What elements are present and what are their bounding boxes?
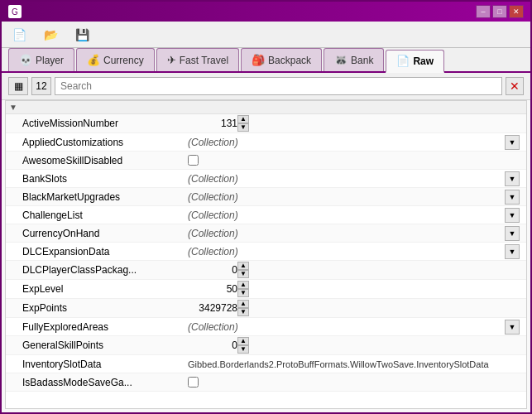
row-value-11: (Collection) bbox=[188, 321, 505, 333]
table-row[interactable]: AwesomeSkillDisabled bbox=[6, 152, 526, 170]
bank-icon: 🦝 bbox=[334, 54, 347, 66]
open-icon: 📂 bbox=[44, 28, 58, 41]
spin-up-9[interactable]: ▲ bbox=[237, 281, 249, 289]
open-button[interactable]: 📂 bbox=[38, 25, 66, 45]
tab-raw[interactable]: 📄Raw bbox=[386, 50, 444, 73]
table-row[interactable]: AppliedCustomizations (Collection) ▼ bbox=[6, 133, 526, 152]
table-row[interactable]: GeneralSkillPoints 0 ▲ ▼ bbox=[6, 336, 526, 355]
player-icon: 💀 bbox=[19, 54, 32, 66]
title-bar: G – □ ✕ bbox=[2, 2, 530, 22]
search-input[interactable] bbox=[55, 77, 502, 95]
title-bar-left: G bbox=[8, 5, 26, 18]
spinner-group-0: ▲ ▼ bbox=[237, 115, 249, 132]
tab-fast-travel[interactable]: ✈Fast Travel bbox=[156, 48, 239, 71]
dropdown-btn-11[interactable]: ▼ bbox=[505, 320, 520, 335]
table-row[interactable]: CurrencyOnHand (Collection) ▼ bbox=[6, 224, 526, 243]
tab-label-raw: Raw bbox=[413, 55, 434, 67]
search-bar: ▦ 12 ✕ bbox=[2, 73, 530, 100]
chevron-down-icon: ▼ bbox=[9, 103, 17, 112]
spinner-group-12: ▲ ▼ bbox=[237, 337, 249, 354]
table-row[interactable]: ExpLevel 50 ▲ ▼ bbox=[6, 280, 526, 299]
tab-label-player: Player bbox=[36, 55, 64, 66]
row-value-9: 50 bbox=[188, 283, 237, 295]
title-controls: – □ ✕ bbox=[476, 5, 524, 18]
table-row[interactable]: ChallengeList (Collection) ▼ bbox=[6, 206, 526, 224]
tab-player[interactable]: 💀Player bbox=[8, 48, 74, 71]
tab-label-bank: Bank bbox=[351, 55, 373, 66]
dropdown-btn-1[interactable]: ▼ bbox=[505, 135, 520, 150]
table-row[interactable]: BlackMarketUpgrades (Collection) ▼ bbox=[6, 188, 526, 206]
dropdown-btn-7[interactable]: ▼ bbox=[505, 244, 520, 259]
sort-num-button[interactable]: 12 bbox=[31, 77, 51, 95]
main-window: G – □ ✕ 📄 📂 💾 💀Player💰Currency✈Fast Trav… bbox=[0, 0, 532, 414]
checkbox-14[interactable] bbox=[188, 377, 199, 388]
row-value-13: Gibbed.Borderlands2.ProtoBuffFormats.Wil… bbox=[188, 359, 520, 369]
row-name-8: DLCPlayerClassPackag... bbox=[22, 264, 188, 276]
dropdown-btn-3[interactable]: ▼ bbox=[505, 171, 520, 186]
row-value-6: (Collection) bbox=[188, 228, 505, 239]
table-row[interactable]: DLCExpansionData (Collection) ▼ bbox=[6, 243, 526, 261]
row-name-4: BlackMarketUpgrades bbox=[22, 191, 188, 203]
row-name-5: ChallengeList bbox=[22, 209, 188, 221]
row-name-3: BankSlots bbox=[22, 173, 188, 185]
spin-down-0[interactable]: ▼ bbox=[237, 123, 249, 132]
app-icon: G bbox=[8, 5, 22, 18]
row-value-1: (Collection) bbox=[188, 137, 505, 148]
spin-up-0[interactable]: ▲ bbox=[237, 115, 249, 123]
spin-up-12[interactable]: ▲ bbox=[237, 337, 249, 345]
row-value-10: 3429728 bbox=[188, 302, 237, 314]
row-value-8: 0 bbox=[188, 264, 237, 276]
spin-up-8[interactable]: ▲ bbox=[237, 262, 249, 270]
spinner-group-9: ▲ ▼ bbox=[237, 281, 249, 297]
minimize-button[interactable]: – bbox=[476, 5, 491, 18]
sort-alpha-button[interactable]: ▦ bbox=[8, 77, 28, 95]
row-name-0: ActiveMissionNumber bbox=[22, 118, 188, 129]
row-name-11: FullyExploredAreas bbox=[22, 321, 188, 333]
spin-up-10[interactable]: ▲ bbox=[237, 300, 249, 308]
dropdown-btn-4[interactable]: ▼ bbox=[505, 190, 520, 205]
spin-down-12[interactable]: ▼ bbox=[237, 345, 249, 354]
dropdown-btn-6[interactable]: ▼ bbox=[505, 226, 520, 241]
row-name-10: ExpPoints bbox=[22, 302, 188, 314]
table-row[interactable]: ExpPoints 3429728 ▲ ▼ bbox=[6, 299, 526, 318]
spinner-group-10: ▲ ▼ bbox=[237, 300, 249, 316]
save-button[interactable]: 💾 bbox=[69, 25, 98, 45]
spin-down-8[interactable]: ▼ bbox=[237, 270, 249, 278]
table-row[interactable]: BankSlots (Collection) ▼ bbox=[6, 170, 526, 188]
close-button[interactable]: ✕ bbox=[509, 5, 524, 18]
tree-area[interactable]: ▼ ActiveMissionNumber 131 ▲ ▼ AppliedCus… bbox=[5, 100, 527, 409]
raw-icon: 📄 bbox=[396, 55, 410, 67]
tab-label-currency: Currency bbox=[103, 55, 144, 66]
fast-travel-icon: ✈ bbox=[167, 54, 176, 66]
search-clear-button[interactable]: ✕ bbox=[506, 77, 524, 95]
row-name-9: ExpLevel bbox=[22, 283, 188, 295]
tab-label-backpack: Backpack bbox=[268, 55, 311, 66]
table-row[interactable]: ActiveMissionNumber 131 ▲ ▼ bbox=[6, 114, 526, 133]
tab-bank[interactable]: 🦝Bank bbox=[324, 48, 384, 71]
row-value-5: (Collection) bbox=[188, 209, 505, 221]
tab-backpack[interactable]: 🎒Backpack bbox=[241, 48, 322, 71]
tab-label-fast-travel: Fast Travel bbox=[180, 55, 228, 66]
row-name-14: IsBadassModeSaveGa... bbox=[22, 377, 188, 388]
table-row[interactable]: InventorySlotData Gibbed.Borderlands2.Pr… bbox=[6, 355, 526, 373]
tab-currency[interactable]: 💰Currency bbox=[76, 48, 155, 71]
table-row[interactable]: FullyExploredAreas (Collection) ▼ bbox=[6, 318, 526, 336]
section-header-misc[interactable]: ▼ bbox=[6, 101, 526, 114]
table-row[interactable]: IsBadassModeSaveGa... bbox=[6, 373, 526, 392]
spin-down-10[interactable]: ▼ bbox=[237, 308, 249, 316]
maximize-button[interactable]: □ bbox=[492, 5, 507, 18]
checkbox-2[interactable] bbox=[188, 155, 199, 166]
currency-icon: 💰 bbox=[87, 54, 100, 66]
spin-down-9[interactable]: ▼ bbox=[237, 289, 249, 297]
table-row[interactable]: DLCPlayerClassPackag... 0 ▲ ▼ bbox=[6, 261, 526, 280]
row-name-6: CurrencyOnHand bbox=[22, 228, 188, 239]
new-button[interactable]: 📄 bbox=[7, 25, 35, 45]
tab-bar: 💀Player💰Currency✈Fast Travel🎒Backpack🦝Ba… bbox=[2, 48, 530, 73]
save-icon: 💾 bbox=[75, 28, 89, 41]
toolbar: 📄 📂 💾 bbox=[2, 22, 530, 48]
dropdown-btn-5[interactable]: ▼ bbox=[505, 208, 520, 223]
row-value-0: 131 bbox=[188, 118, 237, 129]
row-name-12: GeneralSkillPoints bbox=[22, 339, 188, 351]
backpack-icon: 🎒 bbox=[252, 54, 265, 66]
row-name-7: DLCExpansionData bbox=[22, 246, 188, 258]
